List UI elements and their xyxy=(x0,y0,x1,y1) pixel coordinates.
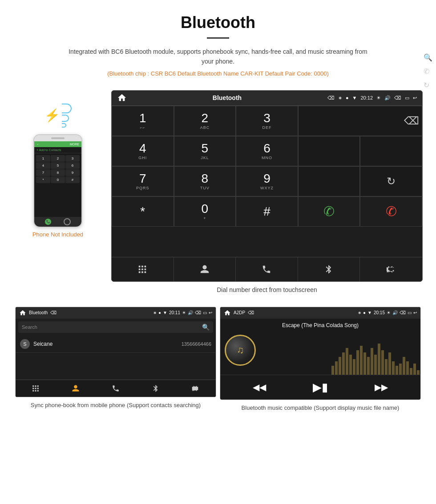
contacts-screen-title: Bluetooth xyxy=(29,310,48,315)
phone-key-star[interactable]: * xyxy=(36,176,50,183)
music-caption: Bluetooth music compatible (Support disp… xyxy=(218,404,423,412)
dial-grid: 1 ⌐⌐ 2 ABC 3 DEF ⌫ 4 GHI xyxy=(112,106,422,257)
phone-key-0[interactable]: 0 xyxy=(51,176,65,183)
album-art: ♫ xyxy=(225,335,256,366)
toolbar-contacts-icon[interactable] xyxy=(174,257,236,281)
svg-rect-21 xyxy=(406,361,409,375)
phone-key-2[interactable]: 2 xyxy=(51,155,65,162)
dial-call-green[interactable]: ✆ xyxy=(298,196,360,227)
prev-track-button[interactable]: ◀◀ xyxy=(253,382,266,392)
contacts-screenshot: Bluetooth ⌫ ∗ ● ▼ 20:11 ☀ 🔊 ⌫ ▭ ↩ xyxy=(15,307,216,397)
contacts-tool-phone[interactable] xyxy=(96,380,136,397)
next-track-button[interactable]: ▶▶ xyxy=(375,382,388,392)
music-wifi-icon: ▼ xyxy=(367,310,372,315)
play-pause-button[interactable]: ▶▮ xyxy=(313,380,328,394)
dial-key-0[interactable]: 0 + xyxy=(174,196,236,227)
music-back-icon[interactable]: ↩ xyxy=(413,310,417,315)
phone-key-1[interactable]: 1 xyxy=(36,155,50,162)
toolbar-bluetooth-icon[interactable] xyxy=(298,257,360,281)
dialpad-status-bar: Bluetooth ⌫ ∗ ● ▼ 20:12 ☀ 🔊 ⌫ ▭ ↩ xyxy=(112,91,422,106)
screen-icon: ▭ xyxy=(405,95,409,101)
svg-rect-24 xyxy=(417,370,420,375)
toolbar-phone-icon[interactable] xyxy=(236,257,298,281)
svg-rect-4 xyxy=(346,348,348,375)
dial-key-9[interactable]: 9 WXYZ xyxy=(236,166,298,196)
dialpad-section: Bluetooth ⌫ ∗ ● ▼ 20:12 ☀ 🔊 ⌫ ▭ ↩ xyxy=(111,90,423,300)
music-status-bar: A2DP ⌫ ∗ ● ▼ 20:15 ☀ 🔊 ⌫ ▭ ↩ xyxy=(220,307,420,319)
toolbar-settings-icon[interactable] xyxy=(360,257,422,281)
music-visualizer xyxy=(331,339,420,375)
phone-home-button[interactable] xyxy=(64,218,71,225)
svg-rect-16 xyxy=(388,352,391,375)
dial-key-4[interactable]: 4 GHI xyxy=(112,136,174,166)
music-status-right: ∗ ● ▼ 20:15 ☀ 🔊 ⌫ ▭ ↩ xyxy=(358,310,417,315)
signal-waves xyxy=(62,104,72,128)
contacts-status-bar: Bluetooth ⌫ ∗ ● ▼ 20:11 ☀ 🔊 ⌫ ▭ ↩ xyxy=(16,307,216,319)
dial-empty-r3c4 xyxy=(298,166,360,196)
contacts-back-icon[interactable]: ↩ xyxy=(209,310,212,315)
phone-key-4[interactable]: 4 xyxy=(36,162,50,169)
page-description: Integrated with BC6 Bluetooth module, su… xyxy=(62,47,374,67)
phone-key-9[interactable]: 9 xyxy=(65,169,80,176)
phone-key-6[interactable]: 6 xyxy=(65,162,80,169)
phone-key-3[interactable]: 3 xyxy=(65,155,80,162)
phone-key-5[interactable]: 5 xyxy=(51,162,65,169)
contacts-toolbar xyxy=(16,380,216,397)
bottom-section: Bluetooth ⌫ ∗ ● ▼ 20:11 ☀ 🔊 ⌫ ▭ ↩ xyxy=(0,305,436,412)
phone-top-bar xyxy=(34,135,81,141)
contacts-tool-settings[interactable] xyxy=(176,380,216,397)
dial-key-8[interactable]: 8 TUV xyxy=(174,166,236,196)
phone-speaker xyxy=(51,137,65,139)
contacts-vol-icon: 🔊 xyxy=(188,310,193,315)
contact-number: 13566664466 xyxy=(182,341,211,347)
music-status-left: A2DP ⌫ xyxy=(224,309,254,316)
dial-display-area: ⌫ xyxy=(298,106,422,136)
search-bar[interactable]: Search 🔍 xyxy=(18,321,213,333)
dialpad-screen-title: Bluetooth xyxy=(213,94,242,101)
svg-rect-15 xyxy=(385,359,388,375)
svg-rect-13 xyxy=(378,344,380,375)
dial-key-star[interactable]: * xyxy=(112,196,174,227)
dial-refresh-cell[interactable]: ↻ xyxy=(360,166,422,196)
phone-contacts-label: + Add to Contacts xyxy=(34,147,81,153)
close-icon[interactable]: ⌫ xyxy=(394,95,401,101)
contact-avatar: S xyxy=(20,339,30,349)
dial-key-3[interactable]: 3 DEF xyxy=(236,106,298,136)
dial-key-6[interactable]: 6 MNO xyxy=(236,136,298,166)
dial-key-hash[interactable]: # xyxy=(236,196,298,227)
phone-key-8[interactable]: 8 xyxy=(51,169,65,176)
contacts-tool-user[interactable] xyxy=(56,380,96,397)
delete-icon[interactable]: ⌫ xyxy=(404,115,419,127)
page-header: Bluetooth Integrated with BC6 Bluetooth … xyxy=(0,0,436,90)
dial-key-5[interactable]: 5 JKL xyxy=(174,136,236,166)
dial-key-2[interactable]: 2 ABC xyxy=(174,106,236,136)
phone-dialpad: 1 2 3 4 5 6 7 8 9 * 0 # xyxy=(34,153,81,185)
svg-rect-20 xyxy=(403,357,405,375)
home-icon[interactable] xyxy=(117,93,127,103)
contacts-home-icon xyxy=(19,309,26,316)
music-note-icon: ♫ xyxy=(237,344,244,356)
music-vol-icon: 🔊 xyxy=(392,310,398,315)
contacts-caption: Sync phone-book from mobile phone (Suppo… xyxy=(13,401,218,410)
dial-empty-r2c5 xyxy=(360,136,422,166)
page-title: Bluetooth xyxy=(27,13,409,32)
contacts-time: 20:11 xyxy=(169,310,180,315)
contacts-tool-grid[interactable] xyxy=(16,380,56,397)
svg-rect-14 xyxy=(381,350,384,375)
camera-icon: ☀ xyxy=(376,95,381,101)
phone-key-7[interactable]: 7 xyxy=(36,169,50,176)
toolbar-dialpad-icon[interactable] xyxy=(112,257,174,281)
phone-call-button[interactable]: 📞 xyxy=(45,219,51,225)
contacts-tool-bt[interactable] xyxy=(136,380,176,397)
music-screen: A2DP ⌫ ∗ ● ▼ 20:15 ☀ 🔊 ⌫ ▭ ↩ xyxy=(220,307,420,400)
dial-call-red[interactable]: ✆ xyxy=(360,196,422,227)
contact-item: S Seicane 13566664466 xyxy=(16,336,216,353)
dial-key-1[interactable]: 1 ⌐⌐ xyxy=(112,106,174,136)
contacts-status-left: Bluetooth ⌫ xyxy=(19,309,57,316)
svg-rect-10 xyxy=(367,357,370,375)
title-divider xyxy=(207,37,229,39)
phone-key-hash[interactable]: # xyxy=(65,176,80,183)
svg-rect-6 xyxy=(353,359,355,375)
dial-key-7[interactable]: 7 PQRS xyxy=(112,166,174,196)
back-icon[interactable]: ↩ xyxy=(413,95,417,101)
